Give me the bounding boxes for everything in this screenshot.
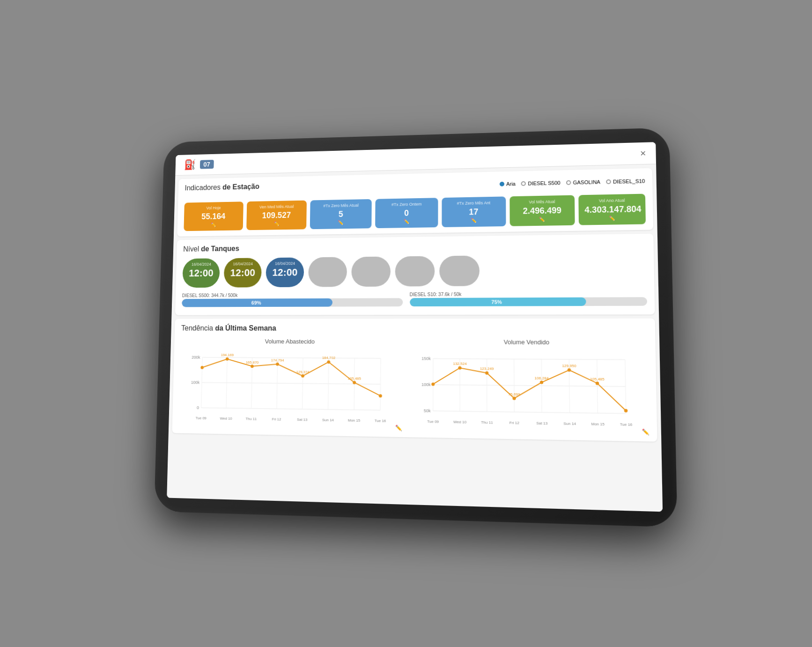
kpi-edit-6[interactable]: ✏️ xyxy=(585,215,640,221)
svg-text:105,485: 105,485 xyxy=(348,376,362,381)
legend-diesel-s500: DIESEL S500 xyxy=(521,180,561,186)
svg-text:Tue 16: Tue 16 xyxy=(620,422,632,427)
progress-row-1: DIESEL S10: 37.6k / 50k 75% xyxy=(410,290,647,306)
svg-text:123,249: 123,249 xyxy=(480,366,494,371)
svg-point-31 xyxy=(327,360,330,364)
svg-point-22 xyxy=(200,365,204,369)
svg-text:Fri 12: Fri 12 xyxy=(509,420,519,425)
svg-text:Tue 09: Tue 09 xyxy=(195,416,206,420)
tanks-title: Nível de Tanques xyxy=(183,239,646,253)
svg-text:200k: 200k xyxy=(192,355,200,359)
svg-text:100k: 100k xyxy=(191,380,200,385)
kpi-value-5: 2.496.499 xyxy=(515,205,569,216)
legend-dot-diesel-s10 xyxy=(606,179,611,184)
svg-text:106,284: 106,284 xyxy=(534,376,549,380)
kpi-label-6: Vol Ano Atual xyxy=(584,197,639,203)
legend-dot-diesel-s500 xyxy=(521,181,526,186)
svg-text:Sun 14: Sun 14 xyxy=(563,421,576,426)
kpi-edit-3[interactable]: ✏️ xyxy=(381,218,432,224)
chart2-svg: 50k100k150kTue 09Wed 10Thu 11Fri 12Sat 1… xyxy=(409,349,634,428)
progress-label-1: DIESEL S10: 37.6k / 50k xyxy=(410,290,647,297)
progress-bars-row: DIESEL S500: 344.7k / 500k 69% DIESEL S1… xyxy=(182,290,647,309)
kpi-edit-5[interactable]: ✏️ xyxy=(515,216,569,222)
svg-text:Sat 13: Sat 13 xyxy=(536,421,547,425)
charts-row: Volume Abastecido 0100k200kTue 09Wed 10T… xyxy=(179,337,650,435)
svg-text:Wed 10: Wed 10 xyxy=(453,419,466,424)
svg-text:105,485: 105,485 xyxy=(590,377,604,381)
legend-gasolina: GASOLINA xyxy=(566,179,600,186)
svg-line-4 xyxy=(202,357,381,358)
kpi-card-0: Vol Hoje 55.164 ✏️ xyxy=(184,201,243,231)
svg-text:184,702: 184,702 xyxy=(322,356,335,360)
kpi-card-6: Vol Ano Atual 4.303.147.804 ✏️ xyxy=(579,193,646,225)
svg-text:150k: 150k xyxy=(421,356,431,361)
svg-text:194,169: 194,169 xyxy=(221,353,234,357)
kpi-edit-0[interactable]: ✏️ xyxy=(189,222,238,227)
tanks-row: 16/04/2024 12:00 16/04/2024 12:00 16/04/… xyxy=(182,253,647,287)
trend-section: Tendência da Última Semana Volume Abaste… xyxy=(172,318,657,441)
tank-date-0: 16/04/2024 xyxy=(188,262,214,267)
tank-widget-2: 16/04/2024 12:00 xyxy=(266,257,304,287)
tank-date-1: 16/04/2024 xyxy=(229,261,257,266)
svg-line-36 xyxy=(433,411,626,414)
legend-aria: Aria xyxy=(500,181,516,187)
svg-point-59 xyxy=(458,366,461,369)
tablet-device: ⛽ 07 × Indicadores de Estação Aria xyxy=(154,127,677,527)
chart1-edit-icon[interactable]: ✏️ xyxy=(395,424,402,431)
svg-text:Thu 11: Thu 11 xyxy=(245,416,257,421)
close-button[interactable]: × xyxy=(640,148,646,158)
progress-text-0: 69% xyxy=(251,300,261,305)
trend-title: Tendência da Última Semana xyxy=(181,324,648,333)
svg-text:129,950: 129,950 xyxy=(562,364,576,368)
svg-line-40 xyxy=(433,358,625,359)
kpi-edit-1[interactable]: ✏️ xyxy=(251,221,301,226)
progress-label-0: DIESEL S500: 344.7k / 500k xyxy=(182,292,403,298)
chart1-title: Volume Abastecido xyxy=(181,337,402,345)
tank-date-2: 16/04/2024 xyxy=(271,261,298,266)
kpi-card-2: #Tx Zero Mês Atual 5 ✏️ xyxy=(310,199,372,229)
kpi-edit-2[interactable]: ✏️ xyxy=(316,219,366,225)
kpi-card-1: Ven Med Mês Atual 109.527 ✏️ xyxy=(246,200,307,230)
progress-bars: DIESEL S500: 344.7k / 500k 69% DIESEL S1… xyxy=(182,290,647,309)
tank-widget-0: 16/04/2024 12:00 xyxy=(182,258,220,288)
svg-point-29 xyxy=(301,374,304,377)
legend-dot-gasolina xyxy=(566,180,571,185)
kpi-label-1: Ven Med Mês Atual xyxy=(252,204,302,209)
kpi-value-1: 109.527 xyxy=(252,210,302,221)
tablet-screen: ⛽ 07 × Indicadores de Estação Aria xyxy=(167,142,663,512)
kpi-value-4: 17 xyxy=(447,207,500,217)
chart1-svg: 0100k200kTue 09Wed 10Thu 11Fri 12Sat 13S… xyxy=(179,348,388,424)
svg-text:Tue 09: Tue 09 xyxy=(427,419,439,424)
tanks-section: Nível de Tanques 16/04/2024 12:00 16/04/… xyxy=(175,233,655,315)
progress-fill-0: 69% xyxy=(182,298,332,307)
svg-text:0: 0 xyxy=(197,405,199,410)
svg-text:Thu 11: Thu 11 xyxy=(481,420,493,424)
svg-line-53 xyxy=(514,359,514,412)
kpi-edit-4[interactable]: ✏️ xyxy=(447,217,500,223)
kpi-value-0: 55.164 xyxy=(189,211,238,222)
progress-fill-1: 75% xyxy=(410,297,586,306)
svg-text:Mon 15: Mon 15 xyxy=(591,422,605,426)
svg-point-67 xyxy=(567,368,570,372)
svg-text:132,524: 132,524 xyxy=(453,361,467,366)
chart2-edit-icon[interactable]: ✏️ xyxy=(642,428,650,435)
kpi-card-3: #Tx Zero Ontem 0 ✏️ xyxy=(375,198,438,228)
kpi-cards: Vol Hoje 55.164 ✏️ Ven Med Mês Atual 109… xyxy=(184,193,646,231)
kpi-value-3: 0 xyxy=(381,208,432,218)
legend-dot-aria xyxy=(500,181,504,186)
svg-line-19 xyxy=(328,358,329,409)
svg-point-61 xyxy=(485,371,488,374)
indicators-title: Indicadores de Estação xyxy=(185,182,259,192)
svg-line-54 xyxy=(541,359,542,412)
progress-track-0: 69% xyxy=(182,298,403,307)
kpi-label-3: #Tx Zero Ontem xyxy=(381,201,432,207)
svg-point-65 xyxy=(539,380,543,384)
tank-widget-5 xyxy=(395,256,435,286)
chart2-title: Volume Vendido xyxy=(409,338,648,346)
svg-text:50k: 50k xyxy=(423,408,430,413)
progress-text-1: 75% xyxy=(491,299,502,305)
svg-text:100k: 100k xyxy=(421,382,431,387)
header-left: ⛽ 07 xyxy=(184,158,214,171)
tank-time-1: 12:00 xyxy=(229,267,256,279)
svg-line-21 xyxy=(380,358,381,410)
